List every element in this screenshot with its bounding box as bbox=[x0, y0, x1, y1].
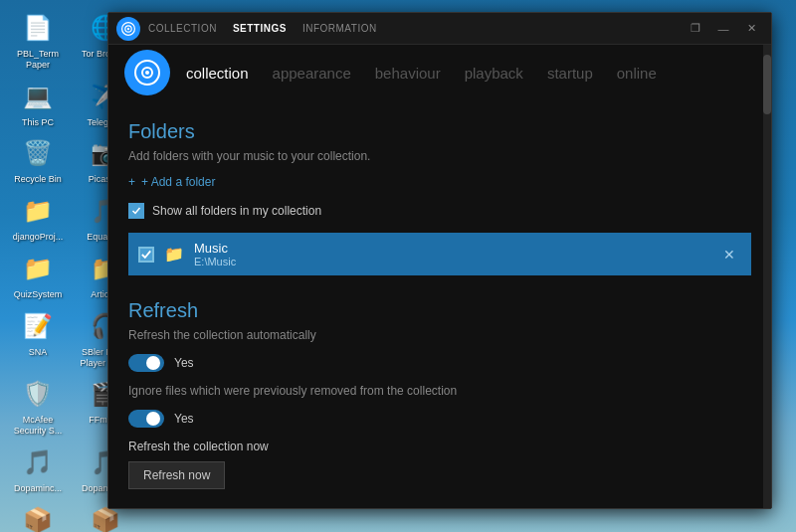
folders-heading: Folders bbox=[128, 120, 751, 143]
ignore-removed-toggle-label: Yes bbox=[174, 412, 194, 426]
restore-button[interactable]: ❐ bbox=[684, 20, 707, 38]
add-folder-label: + Add a folder bbox=[141, 175, 215, 189]
desktop: 📄 PBL_Term Paper 🌐 Tor Browser 💻 This PC… bbox=[0, 0, 796, 532]
desktop-icon-recyclebin[interactable]: 🗑️ Recycle Bin bbox=[8, 135, 68, 185]
folder-icon: 📁 bbox=[164, 245, 184, 264]
nav-settings[interactable]: SETTINGS bbox=[233, 23, 287, 34]
folders-section: Folders Add folders with your music to y… bbox=[128, 120, 751, 275]
desktop-icon-mcafee[interactable]: 🛡️ McAfee Security S... bbox=[8, 376, 68, 437]
toggle-knob-1 bbox=[146, 356, 160, 370]
desktop-icon-thispc[interactable]: 💻 This PC bbox=[8, 79, 68, 128]
desktop-icon-pbltermPaper[interactable]: 📄 PBL_Term Paper bbox=[8, 10, 68, 71]
scrollbar-thumb bbox=[763, 55, 771, 114]
title-bar: COLLECTION SETTINGS INFORMATION ❐ — ✕ bbox=[108, 13, 771, 45]
add-folder-link[interactable]: + + Add a folder bbox=[128, 175, 751, 189]
app-logo-large bbox=[124, 50, 170, 95]
folder-path: E:\Music bbox=[194, 256, 707, 267]
folder-name: Music bbox=[194, 241, 707, 256]
window-controls: ❐ — ✕ bbox=[684, 20, 763, 38]
auto-refresh-toggle-row: Yes bbox=[128, 354, 751, 372]
nav-collection[interactable]: COLLECTION bbox=[148, 23, 217, 34]
main-tabs: collection appearance behaviour playback… bbox=[186, 61, 657, 86]
nav-information[interactable]: INFORMATION bbox=[302, 23, 377, 34]
desktop-icon-gscorefr[interactable]: 📦 GScoreFr... bbox=[8, 502, 68, 532]
tab-online[interactable]: online bbox=[617, 61, 657, 86]
folder-checkbox[interactable] bbox=[138, 247, 154, 263]
show-all-label: Show all folders in my collection bbox=[152, 204, 321, 218]
auto-refresh-desc: Refresh the collection automatically bbox=[128, 328, 751, 342]
ignore-removed-toggle[interactable] bbox=[128, 410, 164, 428]
refresh-now-label: Refresh the collection now bbox=[128, 440, 751, 453]
ignore-removed-desc: Ignore files which were previously remov… bbox=[128, 384, 751, 398]
folder-info: Music E:\Music bbox=[194, 241, 707, 267]
auto-refresh-toggle-label: Yes bbox=[174, 356, 194, 370]
tab-appearance[interactable]: appearance bbox=[273, 61, 351, 86]
remove-folder-button[interactable]: ✕ bbox=[717, 245, 741, 265]
desktop-icon-quizsystem[interactable]: 📁 QuizSystem bbox=[8, 251, 68, 300]
refresh-now-button[interactable]: Refresh now bbox=[128, 461, 225, 489]
title-bar-nav: COLLECTION SETTINGS INFORMATION bbox=[148, 23, 684, 34]
svg-point-2 bbox=[127, 27, 129, 29]
tab-collection[interactable]: collection bbox=[186, 61, 249, 86]
refresh-heading: Refresh bbox=[128, 299, 751, 322]
show-all-checkbox[interactable] bbox=[128, 203, 144, 219]
folder-item-music[interactable]: 📁 Music E:\Music ✕ bbox=[128, 233, 751, 275]
plus-icon: + bbox=[128, 175, 135, 189]
close-button[interactable]: ✕ bbox=[739, 20, 763, 38]
refresh-now-section: Refresh the collection now Refresh now bbox=[128, 440, 751, 489]
app-window: COLLECTION SETTINGS INFORMATION ❐ — ✕ co… bbox=[107, 12, 772, 509]
app-logo-small bbox=[116, 17, 140, 41]
content-body[interactable]: Folders Add folders with your music to y… bbox=[108, 100, 771, 508]
show-all-folders-row[interactable]: Show all folders in my collection bbox=[128, 203, 751, 219]
minimize-button[interactable]: — bbox=[711, 20, 735, 38]
toggle-knob-2 bbox=[146, 412, 160, 426]
auto-refresh-toggle[interactable] bbox=[128, 354, 164, 372]
folders-description: Add folders with your music to your coll… bbox=[128, 149, 751, 163]
content-header: collection appearance behaviour playback… bbox=[108, 45, 771, 100]
refresh-section: Refresh Refresh the collection automatic… bbox=[128, 299, 751, 489]
scrollbar-track[interactable] bbox=[763, 45, 771, 508]
tab-playback[interactable]: playback bbox=[465, 61, 523, 86]
desktop-icon-dopaminc1[interactable]: 🎵 Dopaminc... bbox=[8, 444, 68, 494]
tab-behaviour[interactable]: behaviour bbox=[375, 61, 441, 86]
svg-point-5 bbox=[145, 71, 149, 75]
desktop-icon-djangoproj[interactable]: 📁 djangoProj... bbox=[8, 193, 68, 243]
tab-startup[interactable]: startup bbox=[547, 61, 593, 86]
desktop-icon-sna[interactable]: 📝 SNA bbox=[8, 308, 68, 369]
ignore-removed-toggle-row: Yes bbox=[128, 410, 751, 428]
